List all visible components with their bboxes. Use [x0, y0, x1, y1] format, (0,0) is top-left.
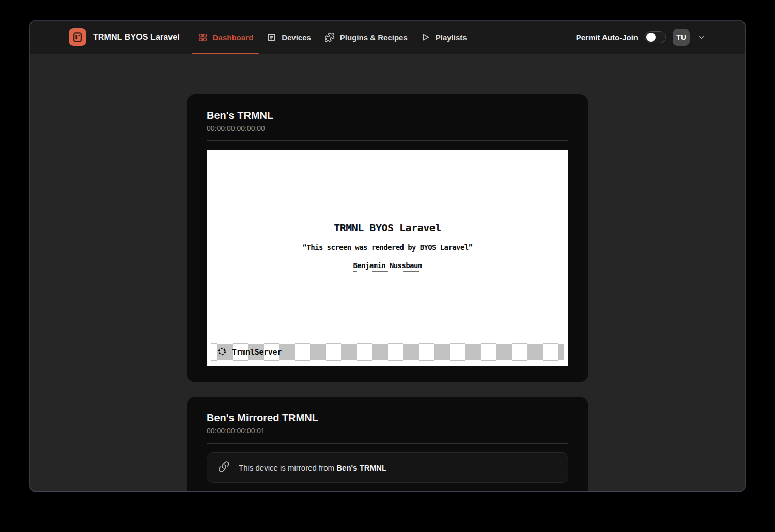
nav-label: Dashboard: [213, 33, 253, 42]
device-card-bens-trmnl: Ben's TRMNL 00:00:00:00:00:00 TRMNL BYOS…: [187, 94, 588, 382]
top-navbar: TRMNL BYOS Laravel Dashboard: [30, 21, 745, 54]
nav-item-playlists[interactable]: Playlists: [414, 21, 474, 54]
card-divider: [207, 140, 568, 141]
permit-auto-join-label: Permit Auto-Join: [576, 33, 638, 42]
nav-item-devices[interactable]: Devices: [260, 21, 318, 54]
eink-screen-body: TRMNL BYOS Laravel “This screen was rend…: [207, 150, 568, 343]
link-icon: [218, 461, 230, 475]
mirror-notice-text: This device is mirrored from Ben's TRMNL: [239, 463, 386, 472]
nav-label: Devices: [282, 33, 311, 42]
device-mac-address: 00:00:00:00:00:01: [207, 427, 568, 435]
screen-status-bar: TrmnlServer: [211, 343, 564, 361]
nav-label: Plugins & Recipes: [340, 33, 408, 42]
app-window: TRMNL BYOS Laravel Dashboard: [29, 20, 746, 492]
nav-item-plugins-recipes[interactable]: Plugins & Recipes: [318, 21, 414, 54]
device-mac-address: 00:00:00:00:00:00: [207, 124, 568, 132]
mirror-source-device: Ben's TRMNL: [336, 463, 386, 472]
screen-author: Benjamin Nussbaum: [353, 261, 422, 272]
permit-auto-join-toggle[interactable]: [645, 31, 666, 43]
device-card-bens-mirrored-trmnl: Ben's Mirrored TRMNL 00:00:00:00:00:01 T…: [187, 397, 588, 492]
trmnl-device-icon: [69, 28, 86, 46]
mirror-notice-prefix: This device is mirrored from: [239, 463, 336, 472]
dashboard-content: Ben's TRMNL 00:00:00:00:00:00 TRMNL BYOS…: [30, 54, 745, 492]
grid-icon: [198, 33, 208, 42]
play-icon: [421, 33, 430, 42]
puzzle-icon: [324, 32, 335, 42]
app-title: TRMNL BYOS Laravel: [93, 33, 180, 42]
main-nav: Dashboard Devices: [191, 21, 474, 54]
device-name: Ben's TRMNL: [207, 109, 568, 121]
screen-quote: “This screen was rendered by BYOS Larave…: [303, 243, 473, 252]
device-name: Ben's Mirrored TRMNL: [207, 412, 568, 424]
mirror-notice: This device is mirrored from Ben's TRMNL: [207, 452, 568, 483]
screen-title: TRMNL BYOS Laravel: [334, 222, 441, 234]
card-divider: [207, 443, 568, 444]
toggle-knob: [646, 33, 656, 42]
spinner-icon: [217, 347, 227, 358]
brand[interactable]: TRMNL BYOS Laravel: [69, 28, 180, 46]
nav-item-dashboard[interactable]: Dashboard: [191, 21, 260, 54]
screen-status-label: TrmnlServer: [232, 348, 282, 357]
device-list-icon: [267, 33, 276, 42]
user-avatar[interactable]: TU: [673, 29, 690, 46]
chevron-down-icon[interactable]: [696, 33, 706, 42]
navbar-right: Permit Auto-Join TU: [576, 29, 706, 46]
eink-screen-preview: TRMNL BYOS Laravel “This screen was rend…: [207, 150, 568, 366]
nav-label: Playlists: [436, 33, 467, 42]
